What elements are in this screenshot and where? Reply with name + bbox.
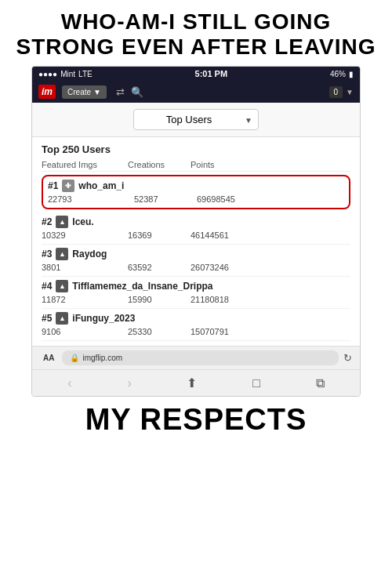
create-arrow-icon: ▼ [93,88,101,96]
user-rank-1: #1 [48,180,58,191]
url-text: imgflip.com [82,354,122,362]
user-name-2: Iceu. [72,216,93,227]
user-creator-icon-2: ▲ [56,216,68,228]
dropdown-wrapper: Top Users ▼ [133,109,259,130]
user-points-1: 69698545 [197,194,260,204]
user-rank-3: #3 [42,249,52,260]
menu-arrow-icon[interactable]: ▼ [346,88,354,96]
user-featured-2: 10329 [42,230,128,240]
col-header-creations: Creations [128,160,191,169]
user-stats-3: 3801 63592 26073246 [42,262,350,273]
user-creations-2: 16369 [128,230,191,240]
url-bar[interactable]: 🔒 imgflip.com [62,350,339,365]
user-creations-5: 25330 [128,327,191,336]
status-bar: ●●●● Mint LTE 5:01 PM 46% ▮ [32,67,360,81]
col-header-points: Points [191,160,253,169]
user-rank-4: #4 [42,281,52,292]
user-points-3: 26073246 [191,263,253,272]
share-button[interactable]: ⬆ [180,374,203,392]
carrier-label: Mint [60,70,75,78]
user-moderator-icon-1: ✚ [62,180,74,192]
status-right: 46% ▮ [330,70,354,78]
shuffle-icon[interactable]: ⇄ [116,86,125,98]
user-featured-4: 11872 [42,295,128,304]
notification-badge[interactable]: 0 [329,86,343,98]
user-featured-1: 22793 [48,194,134,204]
user-stats-5: 9106 25330 15070791 [42,326,350,337]
col-header-featured: Featured Imgs [42,160,128,169]
site-logo: im [38,85,56,99]
user-rank-2: #2 [42,216,52,227]
user-rank-5: #5 [42,313,52,324]
user-name-5: iFunguy_2023 [72,313,135,324]
section-title: Top 250 Users [42,143,350,155]
main-content: Top 250 Users Featured Imgs Creations Po… [32,137,360,346]
top-users-dropdown-section: Top Users ▼ [32,103,360,137]
user-creator-icon-5: ▲ [56,312,68,325]
user-name-4: Tifflamemez_da_Insane_Drippa [72,281,212,292]
battery-label: 46% [330,70,346,78]
browser-bar: AA 🔒 imgflip.com ↻ [32,346,360,369]
tabs-button[interactable]: ⧉ [310,375,331,392]
user-creations-3: 63592 [128,263,191,272]
user-points-5: 15070791 [191,327,253,336]
phone-screenshot: ●●●● Mint LTE 5:01 PM 46% ▮ im Create ▼ … [31,66,361,397]
user-rank-name-1: #1 ✚ who_am_i [48,180,344,192]
user-points-2: 46144561 [191,230,253,240]
user-row-4[interactable]: #4 ▲ Tifflamemez_da_Insane_Drippa 11872 … [42,277,350,309]
create-label: Create [67,88,91,96]
status-time: 5:01 PM [195,69,228,78]
user-rank-name-3: #3 ▲ Raydog [42,248,350,260]
top-users-select[interactable]: Top Users [133,109,259,130]
user-rank-name-5: #5 ▲ iFunguy_2023 [42,312,350,325]
user-creations-1: 52387 [134,194,197,204]
user-row-3[interactable]: #3 ▲ Raydog 3801 63592 26073246 [42,245,350,277]
top-meme-text: WHO-AM-I STILL GOING STRONG EVEN AFTER L… [0,0,392,66]
user-creator-icon-4: ▲ [56,280,68,292]
user-name-3: Raydog [72,249,107,260]
network-label: LTE [78,70,93,78]
user-row-5[interactable]: #5 ▲ iFunguy_2023 9106 25330 15070791 [42,309,350,341]
create-button[interactable]: Create ▼ [62,85,107,99]
user-row-1[interactable]: #1 ✚ who_am_i 22793 52387 69698545 [42,175,350,209]
forward-button[interactable]: › [121,375,137,392]
lock-icon: 🔒 [70,354,79,362]
user-stats-4: 11872 15990 21180818 [42,294,350,305]
bookmarks-button[interactable]: □ [246,375,267,392]
battery-icon: ▮ [349,70,354,78]
user-points-4: 21180818 [191,295,253,304]
bottom-meme-text: MY RESPECTS [0,397,392,441]
user-featured-3: 3801 [42,263,128,272]
user-name-1: who_am_i [78,180,124,191]
user-rank-name-2: #2 ▲ Iceu. [42,216,350,228]
user-creations-4: 15990 [128,295,191,304]
user-creator-icon-3: ▲ [56,248,68,260]
refresh-button[interactable]: ↻ [343,352,352,364]
user-featured-5: 9106 [42,327,128,336]
navbar-icons: ⇄ 🔍 [116,86,143,98]
status-left: ●●●● Mint LTE [38,70,93,78]
table-header: Featured Imgs Creations Points [42,158,350,172]
search-icon[interactable]: 🔍 [131,86,143,98]
navbar: im Create ▼ ⇄ 🔍 0 ▼ [32,81,360,103]
user-stats-2: 10329 16369 46144561 [42,230,350,241]
user-row-2[interactable]: #2 ▲ Iceu. 10329 16369 46144561 [42,212,350,245]
signal-dots: ●●●● [38,70,57,78]
back-button[interactable]: ‹ [61,375,78,392]
browser-nav: ‹ › ⬆ □ ⧉ [32,369,360,396]
aa-button[interactable]: AA [40,352,57,364]
user-rank-name-4: #4 ▲ Tifflamemez_da_Insane_Drippa [42,280,350,292]
user-stats-1: 22793 52387 69698545 [48,194,344,205]
navbar-right: 0 ▼ [329,86,354,98]
